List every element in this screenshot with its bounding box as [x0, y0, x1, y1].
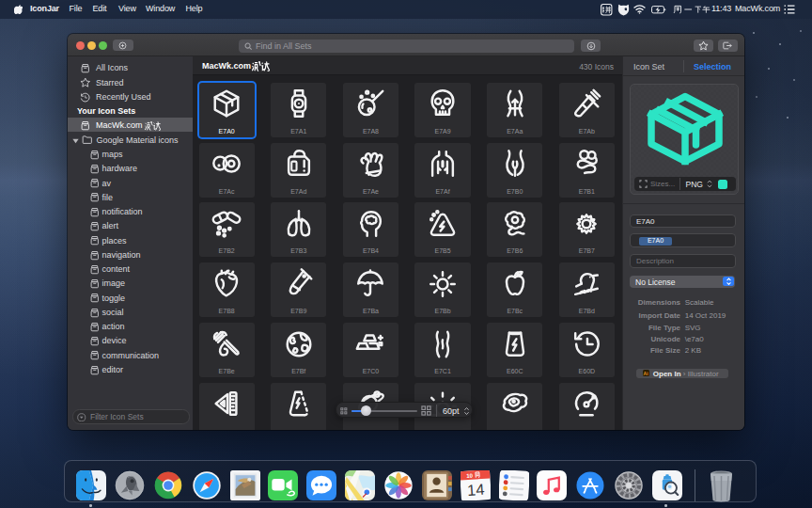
svg-text:14: 14 [466, 481, 484, 499]
svg-text:10: 10 [466, 472, 474, 478]
